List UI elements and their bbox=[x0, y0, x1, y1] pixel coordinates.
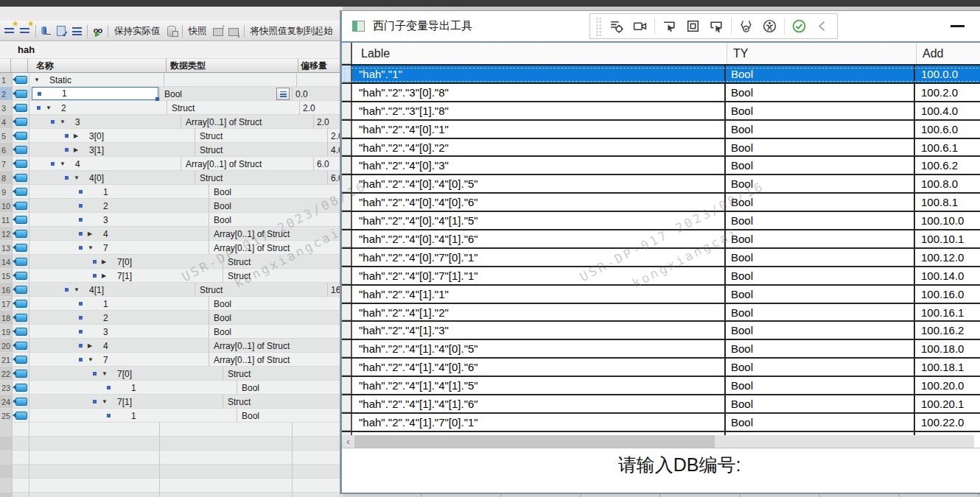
row-header-cell[interactable] bbox=[342, 121, 352, 138]
lable-cell[interactable]: "hah"."2"."4"[0]."1" bbox=[352, 121, 726, 138]
type-cell[interactable]: Array[0..1] of Struct bbox=[209, 227, 342, 241]
name-edit-input[interactable]: 1 bbox=[32, 87, 158, 100]
add-cell[interactable]: 100.16.0 bbox=[915, 286, 964, 303]
ty-cell[interactable]: Bool bbox=[726, 84, 915, 101]
name-cell[interactable]: ▼7 bbox=[29, 353, 209, 367]
expand-arrow-icon[interactable]: ▶ bbox=[88, 342, 97, 349]
ty-cell[interactable]: Bool bbox=[726, 102, 915, 119]
type-cell[interactable]: Bool bbox=[209, 199, 342, 213]
type-cell[interactable]: Array[0..1] of Struct bbox=[181, 157, 314, 171]
row-header-cell[interactable] bbox=[342, 157, 352, 174]
add-cell[interactable]: 100.20.1 bbox=[915, 395, 964, 412]
type-cell[interactable]: Struct bbox=[195, 283, 328, 297]
add-cell[interactable]: 100.8.1 bbox=[915, 194, 958, 211]
name-cell[interactable]: 2 bbox=[29, 199, 209, 213]
name-cell[interactable]: 1 bbox=[29, 381, 237, 395]
tia-row[interactable]: 5▶3[0]Struct2.0 bbox=[0, 129, 343, 143]
table-row[interactable]: "hah"."1"Bool100.0.0 bbox=[342, 66, 980, 84]
tia-row[interactable]: 12▶4Array[0..1] of Struct8.0 bbox=[0, 227, 343, 241]
expand-arrow-icon[interactable]: ▶ bbox=[102, 258, 111, 265]
ty-cell[interactable]: Bool bbox=[726, 395, 915, 412]
lable-cell[interactable]: "hah"."2"."4"[0]."7"[0]."1" bbox=[352, 249, 726, 266]
collapse-arrow-icon[interactable]: ▼ bbox=[74, 175, 83, 181]
lable-cell[interactable]: "hah"."2"."4"[1]."3" bbox=[352, 322, 726, 339]
monitor-all-button[interactable]: oo bbox=[90, 23, 105, 39]
lable-cell[interactable]: "hah"."2"."4"[0]."2" bbox=[352, 139, 726, 156]
name-cell[interactable]: ▼4[1] bbox=[29, 283, 195, 297]
tia-row[interactable]: 113Bool6.2fal bbox=[0, 213, 343, 227]
lable-cell[interactable]: "hah"."2"."4"[0]."7"[1]."1" bbox=[352, 267, 726, 284]
row-header-cell[interactable] bbox=[342, 212, 352, 229]
name-cell[interactable]: 1 bbox=[29, 409, 237, 423]
tia-row[interactable]: 91Bool6.0fal bbox=[0, 185, 343, 199]
row-header-cell[interactable] bbox=[342, 84, 352, 101]
name-cell[interactable]: ▼7[1] bbox=[29, 395, 223, 409]
add-cell[interactable]: 100.6.2 bbox=[915, 157, 958, 174]
add-cell[interactable]: 100.12.0 bbox=[915, 249, 964, 266]
name-cell[interactable]: 3 bbox=[29, 213, 209, 227]
tia-row[interactable]: 21Bool0.0fal bbox=[0, 87, 343, 101]
table-row[interactable]: "hah"."2"."4"[0]."4"[0]."6"Bool100.8.1 bbox=[342, 194, 980, 212]
ty-cell[interactable]: Bool bbox=[726, 212, 915, 229]
row-header-cell[interactable] bbox=[342, 359, 352, 376]
name-cell[interactable]: ▼Static bbox=[29, 73, 164, 87]
ty-cell[interactable]: Bool bbox=[726, 249, 915, 266]
ty-cell[interactable]: Bool bbox=[726, 340, 915, 357]
table-row[interactable]: "hah"."2"."3"[1]."8"Bool100.4.0 bbox=[342, 102, 980, 121]
row-header-cell[interactable] bbox=[342, 249, 352, 266]
add-cell[interactable]: 100.10.1 bbox=[915, 230, 964, 247]
name-cell[interactable]: 3 bbox=[29, 325, 209, 339]
row-header-cell[interactable] bbox=[342, 414, 352, 431]
tia-row[interactable]: 13▼7Array[0..1] of Struct12.0 bbox=[0, 241, 343, 255]
ty-cell[interactable]: Bool bbox=[726, 139, 915, 156]
type-cell[interactable]: Array[0..1] of Struct bbox=[209, 241, 342, 255]
name-cell[interactable]: ▼7[0] bbox=[29, 367, 223, 381]
lable-cell[interactable]: "hah"."2"."4"[0]."4"[0]."6" bbox=[352, 194, 726, 211]
tia-row[interactable]: 231Bool22.0fal bbox=[0, 381, 343, 395]
type-cell[interactable]: Bool bbox=[209, 311, 342, 325]
add-cell[interactable]: 100.4.0 bbox=[915, 102, 958, 119]
tia-row[interactable]: 24▼7[1]Struct24.0 bbox=[0, 395, 343, 409]
table-row[interactable]: "hah"."2"."4"[0]."7"[0]."1"Bool100.12.0 bbox=[342, 249, 980, 267]
lable-cell[interactable]: "hah"."2"."4"[0]."4"[1]."5" bbox=[352, 212, 726, 229]
collapse-arrow-icon[interactable]: ▼ bbox=[60, 119, 69, 125]
type-cell[interactable]: Bool bbox=[209, 325, 342, 339]
ty-cell[interactable]: Bool bbox=[726, 377, 915, 394]
name-cell[interactable]: 2 bbox=[29, 311, 209, 325]
tia-row[interactable]: 193Bool16.2fal bbox=[0, 325, 343, 339]
lable-cell[interactable]: "hah"."2"."4"[1]."2" bbox=[352, 304, 726, 321]
ty-cell[interactable]: Bool bbox=[726, 322, 915, 339]
tia-row[interactable]: 15▶7[1]Struct14.0 bbox=[0, 269, 343, 283]
dialog-titlebar[interactable]: 西门子变量导出工具 bbox=[342, 11, 980, 43]
table-row[interactable]: "hah"."2"."4"[1]."4"[0]."5"Bool100.18.0 bbox=[342, 340, 980, 359]
tia-row[interactable]: 22▼7[0]Struct22.0 bbox=[0, 367, 343, 381]
type-cell[interactable]: Struct bbox=[223, 255, 356, 269]
row-header-cell[interactable] bbox=[342, 102, 352, 119]
keep-actual-values-button[interactable]: 保持实际值 bbox=[111, 25, 164, 38]
table-row[interactable]: "hah"."2"."4"[0]."3"Bool100.6.2 bbox=[342, 157, 980, 175]
lable-cell[interactable]: "hah"."2"."3"[0]."8" bbox=[352, 84, 726, 101]
ty-cell[interactable]: Bool bbox=[726, 286, 915, 303]
ty-cell[interactable]: Bool bbox=[726, 175, 915, 192]
accessibility-checker-icon[interactable] bbox=[760, 17, 779, 35]
lable-cell[interactable]: "hah"."1" bbox=[352, 66, 726, 82]
lable-cell[interactable]: "hah"."2"."3"[1]."8" bbox=[352, 102, 726, 119]
tia-row[interactable]: 21▼7Array[0..1] of Struct22.0 bbox=[0, 353, 343, 367]
tia-row[interactable]: 3▼2Struct2.0 bbox=[0, 101, 343, 115]
table-row[interactable]: "hah"."2"."4"[1]."4"[1]."5"Bool100.20.0 bbox=[342, 377, 980, 395]
ty-cell[interactable]: Bool bbox=[726, 157, 915, 174]
expand-arrow-icon[interactable]: ▶ bbox=[88, 230, 97, 237]
table-row[interactable]: "hah"."2"."4"[1]."2"Bool100.16.1 bbox=[342, 304, 980, 322]
edit-check-button[interactable] bbox=[54, 23, 69, 39]
row-header-cell[interactable] bbox=[342, 66, 352, 82]
row-header-cell[interactable] bbox=[342, 286, 352, 303]
table-row[interactable]: "hah"."2"."4"[0]."4"[0]."5"Bool100.8.0 bbox=[342, 175, 980, 194]
lable-cell[interactable]: "hah"."2"."4"[1]."7"[0]."1" bbox=[352, 414, 726, 431]
name-cell[interactable]: ▼7 bbox=[29, 241, 209, 255]
name-cell[interactable]: ▼3 bbox=[29, 115, 181, 129]
add-cell[interactable]: 100.22.0 bbox=[915, 414, 964, 431]
row-header-cell[interactable] bbox=[342, 194, 352, 211]
column-header-offset[interactable]: 偏移量 bbox=[298, 59, 346, 73]
row-header-cell[interactable] bbox=[342, 230, 352, 247]
drag-grip[interactable] bbox=[595, 17, 602, 36]
